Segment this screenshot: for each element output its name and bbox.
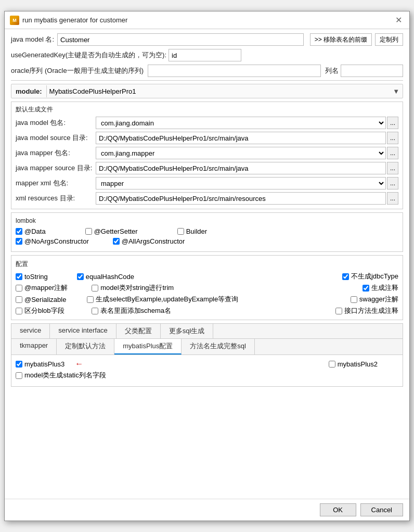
checkbox-mybatisplus3[interactable]: mybatisPlus3 — [16, 360, 64, 368]
checkbox-builder[interactable]: Builder — [177, 227, 207, 235]
tab-service[interactable]: service — [11, 324, 50, 338]
tabs-section: service service interface 父类配置 更多sql生成 t… — [11, 323, 403, 387]
browse-btn-0[interactable]: ... — [387, 117, 398, 129]
browse-btn-4[interactable]: ... — [387, 177, 398, 189]
checkbox-generate-comment-input[interactable] — [363, 285, 369, 292]
field-label-1: java model source 目录: — [16, 133, 94, 143]
checkbox-generate-comment[interactable]: 生成注释 — [363, 283, 398, 293]
tabs-row-1: service service interface 父类配置 更多sql生成 — [11, 324, 403, 339]
tab-content-row-2: model类生成static列名字段 — [16, 371, 398, 380]
tab-custom-methods[interactable]: 定制默认方法 — [57, 339, 114, 354]
checkbox-model-static-input[interactable] — [16, 372, 22, 379]
tab-content: mybatisPlus3 ← mybatisPlus2 model类生成stat… — [11, 355, 403, 386]
checkbox-builder-label: Builder — [186, 227, 207, 235]
checkbox-generate-comment-label: 生成注释 — [371, 283, 398, 293]
field-row-3: java mapper source 目录: ... — [16, 162, 398, 174]
checkbox-serializable[interactable]: @Serializable — [16, 296, 66, 303]
field-label-3: java mapper source 目录: — [16, 163, 94, 173]
move-prefix-button[interactable]: >> 移除表名的前缀 — [310, 33, 372, 46]
checkbox-interface-comment-label: 接口方法生成注释 — [344, 306, 398, 315]
checkbox-nojdbctype[interactable]: 不生成jdbcType — [342, 272, 398, 281]
col-input[interactable] — [341, 65, 403, 77]
field-input-wrap-5: ... — [96, 192, 398, 205]
checkbox-noargs-label: @NoArgsConstructor — [24, 237, 89, 245]
cancel-button[interactable]: Cancel — [360, 503, 403, 516]
checkbox-blob[interactable]: 区分blob字段 — [16, 306, 64, 315]
tab-more-sql[interactable]: 更多sql生成 — [161, 324, 214, 338]
field-input-wrap-0: com.jiang.domain ... — [96, 117, 398, 129]
checkbox-select-example[interactable]: 生成selectByExample,updateByExample等查询 — [87, 295, 238, 304]
tab-method-sql[interactable]: 方法名生成完整sql — [182, 339, 255, 354]
checkbox-schema[interactable]: 表名里面添加schema名 — [92, 306, 172, 315]
title-bar-left: M run mybatis generator for customer — [10, 16, 127, 25]
checkbox-blob-input[interactable] — [16, 308, 22, 314]
checkbox-tostring[interactable]: toString — [16, 273, 48, 281]
tab-mybatisplus-config[interactable]: mybatisPlus配置 — [114, 339, 182, 354]
checkbox-equalhashcode[interactable]: equalHashCode — [77, 273, 134, 281]
checkbox-mapper-annotation[interactable]: @mapper注解 — [16, 283, 68, 293]
java-model-input[interactable] — [57, 33, 304, 46]
checkbox-noargs[interactable]: @NoArgsConstructor — [16, 237, 89, 245]
checkbox-equalhashcode-label: equalHashCode — [86, 273, 134, 281]
browse-btn-2[interactable]: ... — [387, 147, 398, 159]
checkbox-schema-input[interactable] — [92, 308, 98, 314]
checkbox-mybatisplus3-input[interactable] — [16, 361, 22, 368]
checkbox-allargs-input[interactable] — [113, 238, 120, 245]
checkbox-mybatisplus2-input[interactable] — [329, 361, 335, 368]
config-row-2: @mapper注解 model类对string进行trim 生成注释 — [16, 283, 398, 293]
ok-button[interactable]: OK — [320, 503, 356, 516]
checkbox-mapper-annotation-input[interactable] — [16, 285, 22, 292]
checkbox-select-example-input[interactable] — [87, 296, 94, 303]
chevron-down-icon: ▼ — [390, 87, 403, 95]
checkbox-swagger-label: swagger注解 — [359, 295, 398, 304]
close-button[interactable]: ✕ — [393, 15, 404, 26]
field-select-2[interactable]: com.jiang.mapper — [96, 147, 386, 159]
browse-btn-5[interactable]: ... — [387, 192, 398, 205]
window-title: run mybatis generator for customer — [22, 16, 127, 24]
use-generated-key-input[interactable] — [169, 49, 241, 61]
checkbox-allargs-label: @AllArgsConstructor — [122, 237, 185, 245]
config-section: 配置 toString equalHashCode 不生成jdbcType @m… — [11, 255, 403, 320]
tab-parent-config[interactable]: 父类配置 — [117, 324, 161, 338]
field-input-wrap-2: com.jiang.mapper ... — [96, 147, 398, 159]
title-bar: M run mybatis generator for customer ✕ — [5, 11, 409, 29]
oracle-input[interactable] — [148, 65, 321, 77]
field-input-5[interactable] — [96, 192, 386, 205]
checkbox-data-input[interactable] — [16, 228, 22, 235]
tab-tkmapper[interactable]: tkmapper — [11, 339, 57, 354]
checkbox-model-trim-input[interactable] — [92, 285, 98, 292]
custom-button[interactable]: 定制列 — [375, 33, 403, 46]
checkbox-mapper-annotation-label: @mapper注解 — [24, 283, 68, 293]
checkbox-model-trim[interactable]: model类对string进行trim — [92, 283, 174, 293]
checkbox-tostring-label: toString — [24, 273, 48, 281]
checkbox-nojdbctype-input[interactable] — [342, 273, 349, 280]
checkbox-mybatisplus2[interactable]: mybatisPlus2 — [329, 360, 378, 368]
checkbox-model-static[interactable]: model类生成static列名字段 — [16, 371, 106, 380]
checkbox-interface-comment[interactable]: 接口方法生成注释 — [335, 306, 398, 315]
checkbox-mybatisplus2-label: mybatisPlus2 — [338, 360, 378, 368]
checkbox-gettersetter-input[interactable] — [85, 228, 92, 235]
field-select-4[interactable]: mapper — [96, 177, 386, 189]
field-select-0[interactable]: com.jiang.domain — [96, 117, 386, 129]
checkbox-swagger-input[interactable] — [351, 296, 357, 303]
checkbox-interface-comment-input[interactable] — [335, 308, 342, 314]
checkbox-tostring-input[interactable] — [16, 273, 22, 280]
tab-service-interface[interactable]: service interface — [50, 324, 117, 338]
field-input-3[interactable] — [96, 162, 386, 174]
module-label: module: — [11, 85, 47, 97]
use-generated-key-row: useGeneratedKey(主键是否为自动生成的，可为空): — [11, 49, 403, 61]
module-select[interactable]: MybatisCodePlusHelperPro1 — [47, 84, 390, 98]
browse-btn-3[interactable]: ... — [387, 162, 398, 174]
browse-btn-1[interactable]: ... — [387, 132, 398, 144]
checkbox-gettersetter[interactable]: @GetterSetter — [85, 227, 138, 235]
checkbox-allargs[interactable]: @AllArgsConstructor — [113, 237, 185, 245]
checkbox-serializable-input[interactable] — [16, 296, 22, 303]
checkbox-data[interactable]: @Data — [16, 227, 46, 235]
checkbox-builder-input[interactable] — [177, 228, 184, 235]
col-label: 列名 — [325, 66, 339, 75]
checkbox-swagger[interactable]: swagger注解 — [351, 295, 398, 304]
checkbox-noargs-input[interactable] — [16, 238, 22, 245]
checkbox-equalhashcode-input[interactable] — [77, 273, 84, 280]
field-label-4: mapper xml 包名: — [16, 179, 94, 188]
field-input-1[interactable] — [96, 132, 386, 144]
